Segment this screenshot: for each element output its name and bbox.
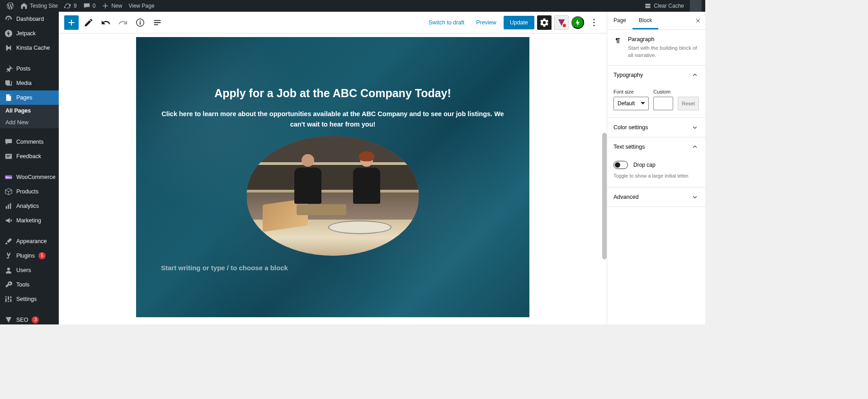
reset-font-size-button[interactable]: Reset [678, 97, 699, 110]
tab-page[interactable]: Page [607, 12, 632, 29]
wp-logo[interactable] [4, 0, 17, 12]
sidebar-subitem-all-pages[interactable]: All Pages [0, 105, 59, 117]
sidebar-item-kinsta[interactable]: Kinsta Cache [0, 41, 59, 55]
updates-link[interactable]: 9 [61, 0, 80, 12]
sidebar-item-label: Plugins [16, 253, 35, 259]
sidebar-item-media[interactable]: Media [0, 76, 59, 90]
yoast-button[interactable] [554, 15, 569, 30]
svg-point-19 [563, 23, 566, 27]
sidebar-item-label: SEO [16, 317, 28, 323]
sidebar-item-marketing[interactable]: Marketing [0, 213, 59, 228]
typography-panel-body: Font size Default Custom Reset [607, 84, 705, 118]
sidebar-item-feedback[interactable]: Feedback [0, 149, 59, 164]
dashboard-icon [5, 15, 13, 23]
site-name: Testing Site [30, 3, 58, 9]
custom-size-input[interactable] [653, 97, 673, 110]
typography-title: Typography [613, 72, 643, 78]
preview-link[interactable]: Preview [472, 17, 500, 28]
sidebar-item-label: Dashboard [16, 16, 44, 22]
sidebar-item-settings[interactable]: Settings [0, 292, 59, 306]
text-settings-panel-header[interactable]: Text settings [607, 137, 705, 156]
typography-panel-header[interactable]: Typography [607, 66, 705, 84]
wrench-icon [5, 281, 13, 289]
editor: Switch to draft Preview Update Apply for… [59, 12, 607, 324]
color-settings-panel-header[interactable]: Color settings [607, 118, 705, 137]
sidebar-item-comments[interactable]: Comments [0, 135, 59, 149]
add-block-button[interactable] [64, 15, 79, 30]
drop-cap-help: Toggle to show a large initial letter. [613, 173, 699, 179]
chevron-up-icon [691, 143, 699, 151]
font-size-select[interactable]: Default [613, 97, 649, 110]
adminbar-avatar-placeholder[interactable] [690, 0, 702, 12]
sidebar-item-dashboard[interactable]: Dashboard [0, 12, 59, 26]
sidebar-subitem-add-new[interactable]: Add New [0, 117, 59, 128]
advanced-title: Advanced [613, 194, 639, 200]
update-button[interactable]: Update [504, 16, 534, 29]
switch-to-draft-link[interactable]: Switch to draft [424, 17, 469, 28]
site-link[interactable]: Testing Site [17, 0, 61, 12]
tab-block[interactable]: Block [632, 12, 658, 29]
wordpress-icon [7, 2, 14, 9]
sidebar-item-tools[interactable]: Tools [0, 277, 59, 292]
chevron-up-icon [691, 71, 699, 79]
svg-point-10 [7, 268, 10, 270]
editor-canvas[interactable]: Apply for a Job at the ABC Company Today… [136, 37, 529, 317]
sidebar-item-label: Analytics [16, 203, 39, 209]
server-icon [644, 2, 651, 9]
sidebar-item-appearance[interactable]: Appearance [0, 234, 59, 249]
more-options-button[interactable] [587, 15, 601, 30]
page-paragraph[interactable]: Click here to learn more about the oppor… [161, 109, 505, 130]
svg-rect-1 [646, 6, 651, 8]
undo-button[interactable] [99, 15, 113, 30]
sidebar-item-woo[interactable]: WooWooCommerce [0, 170, 59, 184]
plus-icon [102, 2, 109, 9]
sidebar-item-label: Tools [16, 282, 29, 288]
page-heading[interactable]: Apply for a Job at the ABC Company Today… [161, 87, 505, 100]
info-button[interactable] [133, 15, 147, 30]
sidebar-item-jetpack[interactable]: Jetpack [0, 26, 59, 41]
clear-cache-link[interactable]: Clear Cache [641, 0, 687, 12]
chevron-down-icon [691, 193, 699, 201]
sidebar-item-plugins[interactable]: Plugins5 [0, 249, 59, 263]
sidebar-item-users[interactable]: Users [0, 263, 59, 277]
sidebar-item-label: WooCommerce [16, 174, 56, 180]
sidebar-item-products[interactable]: Products [0, 184, 59, 199]
comments-link[interactable]: 0 [80, 0, 99, 12]
view-page-label: View Page [128, 3, 154, 9]
bars-icon [5, 202, 13, 210]
edit-mode-button[interactable] [81, 15, 96, 30]
box-icon [5, 188, 13, 196]
sliders-icon [5, 295, 13, 303]
sidebar-item-label: Products [16, 188, 38, 195]
sidebar-item-posts[interactable]: Posts [0, 61, 59, 76]
svg-rect-7 [6, 206, 7, 209]
sidebar-item-seo[interactable]: SEO3 [0, 313, 59, 324]
redo-button[interactable] [116, 15, 130, 30]
chevron-down-icon [691, 123, 699, 131]
sidebar-item-label: Marketing [16, 217, 41, 224]
block-desc-text: Start with the building block of all nar… [628, 44, 699, 59]
kinsta-icon [5, 44, 13, 52]
new-link[interactable]: New [99, 0, 125, 12]
editor-header: Switch to draft Preview Update [59, 12, 607, 33]
list-view-button[interactable] [150, 15, 165, 30]
settings-toggle-button[interactable] [537, 15, 552, 30]
hero-image[interactable] [247, 136, 419, 256]
home-icon [20, 2, 28, 9]
jetpack-button[interactable] [571, 16, 584, 29]
settings-panel: Page Block Paragraph Start with the buil… [607, 12, 705, 324]
view-page-link[interactable]: View Page [125, 0, 157, 12]
canvas-scrollbar[interactable] [602, 33, 607, 324]
advanced-panel-header[interactable]: Advanced [607, 188, 705, 207]
sidebar-item-pages[interactable]: Pages [0, 90, 59, 105]
text-settings-panel-body: Drop cap Toggle to show a large initial … [607, 156, 705, 187]
sidebar-item-label: Comments [16, 139, 43, 145]
sidebar-badge: 3 [32, 316, 39, 324]
feedback-icon [5, 152, 13, 160]
drop-cap-toggle[interactable] [613, 161, 628, 169]
font-size-label: Font size [613, 89, 649, 94]
block-appender-placeholder[interactable]: Start writing or type / to choose a bloc… [161, 264, 505, 272]
close-settings-button[interactable] [693, 16, 703, 25]
sidebar-item-analytics[interactable]: Analytics [0, 199, 59, 213]
admin-bar: Testing Site 9 0 New View Page Clear Cac… [0, 0, 705, 12]
